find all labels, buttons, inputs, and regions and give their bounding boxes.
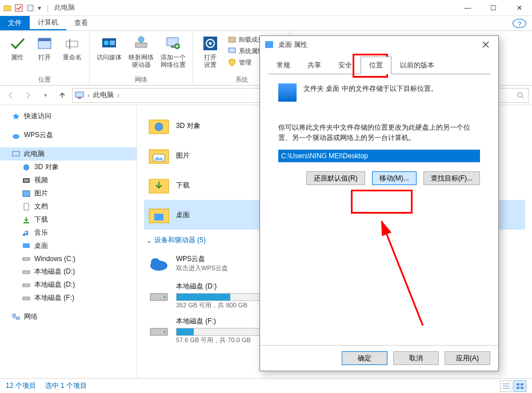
tab-view[interactable]: 查看 [66, 16, 96, 30]
drive-usage-bar [176, 293, 273, 301]
chevron-down-icon: ⌄ [146, 236, 152, 244]
svg-point-11 [138, 37, 144, 42]
tab-file[interactable]: 文件 [0, 16, 30, 30]
properties-label: 属性 [11, 54, 23, 61]
svg-rect-20 [75, 92, 83, 97]
pc-icon [75, 91, 84, 100]
map-drive-button[interactable]: 映射网络 驱动器 [126, 33, 156, 75]
drive-icon [22, 254, 31, 263]
map-drive-label: 映射网络 驱动器 [129, 54, 154, 69]
forward-button[interactable] [21, 88, 35, 103]
open-settings-button[interactable]: 打开 设置 [198, 33, 223, 75]
find-target-button[interactable]: 查找目标(F)... [423, 171, 480, 185]
tree-this-pc[interactable]: 此电脑 [0, 147, 137, 161]
svg-rect-19 [229, 48, 235, 53]
ribbon-group-network: 访问媒体 映射网络 驱动器 添加一个 网络位置 网络 [90, 31, 193, 85]
help-button[interactable]: ? [513, 19, 526, 28]
dialog-close-button[interactable] [478, 38, 494, 51]
svg-rect-25 [13, 151, 19, 156]
close-button[interactable]: ✕ [506, 0, 532, 16]
tree-label: 本地磁盘 (D:) [34, 267, 75, 276]
item-sublabel: 352 GB 可用，共 800 GB [176, 301, 273, 310]
svg-rect-34 [23, 284, 30, 287]
cloud-icon [147, 252, 170, 275]
back-button[interactable] [3, 88, 18, 103]
explorer-icon [3, 4, 11, 12]
tab-security[interactable]: 安全 [330, 57, 361, 74]
view-tiles-button[interactable] [514, 380, 526, 392]
check-icon [8, 34, 26, 53]
drive-usage-bar [176, 328, 273, 336]
ribbon-tabstrip: 文件 计算机 查看 ? [0, 16, 532, 31]
down-chevron-icon[interactable]: ▾ [38, 4, 41, 12]
tree-drive-f[interactable]: 本地磁盘 (F:) [0, 291, 137, 304]
svg-rect-1 [15, 5, 22, 11]
access-media-label: 访问媒体 [97, 54, 122, 61]
access-media-button[interactable]: 访问媒体 [94, 33, 124, 75]
tab-previous-versions[interactable]: 以前的版本 [391, 57, 443, 74]
add-network-location-button[interactable]: 添加一个 网络位置 [158, 33, 188, 75]
tree-drive-d[interactable]: 本地磁盘 (D:) [0, 265, 137, 278]
status-item-count: 12 个项目 [6, 381, 36, 391]
cancel-button[interactable]: 取消 [393, 351, 439, 365]
navigation-pane[interactable]: 快速访问 WPS云盘 此电脑 3D 对象 视频 图片 文档 下载 音乐 桌面 W… [0, 105, 137, 378]
svg-point-49 [164, 331, 166, 332]
window-title: 此电脑 [54, 3, 75, 13]
up-button[interactable] [55, 88, 70, 103]
checkbox-icon[interactable] [15, 4, 23, 12]
cube-icon [22, 163, 31, 172]
ok-button[interactable]: 确定 [342, 351, 387, 365]
drive-icon [22, 294, 31, 303]
tab-general[interactable]: 常规 [268, 57, 299, 74]
view-details-button[interactable] [500, 380, 513, 392]
tree-label: 下载 [34, 215, 48, 224]
svg-point-45 [151, 258, 160, 266]
tree-videos[interactable]: 视频 [0, 174, 137, 187]
tree-downloads[interactable]: 下载 [0, 213, 137, 226]
window-titlebar: ▾ | 此电脑 — ☐ ✕ [0, 0, 532, 16]
tree-quick-access[interactable]: 快速访问 [0, 110, 137, 123]
item-sublabel: 57.6 GB 可用，共 70.0 GB [176, 336, 273, 344]
move-button[interactable]: 移动(M)... [372, 171, 417, 185]
recent-dropdown[interactable]: ▾ [38, 88, 53, 103]
tree-wps-cloud[interactable]: WPS云盘 [0, 129, 137, 142]
svg-rect-52 [517, 387, 519, 389]
tree-pictures[interactable]: 图片 [0, 187, 137, 200]
tree-network[interactable]: 网络 [0, 310, 137, 323]
tab-computer[interactable]: 计算机 [30, 16, 66, 30]
tab-location[interactable]: 位置 [361, 57, 391, 74]
restore-defaults-button[interactable]: 还原默认值(R) [306, 171, 365, 185]
apply-button[interactable]: 应用(A) [445, 351, 490, 365]
item-sublabel: 双击进入WPS云盘 [176, 264, 228, 272]
tree-drive-d2[interactable]: 本地磁盘 (D:) [0, 278, 137, 291]
maximize-button[interactable]: ☐ [481, 0, 506, 16]
folder-desktop-icon [147, 203, 170, 226]
minimize-button[interactable]: — [455, 0, 481, 16]
tree-music[interactable]: 音乐 [0, 226, 137, 239]
properties-button[interactable]: 属性 [5, 33, 30, 75]
item-label: WPS云盘 [176, 254, 228, 264]
tree-label: 本地磁盘 (F:) [34, 293, 74, 303]
breadcrumb[interactable]: 此电脑 [93, 90, 114, 100]
cloud-icon [11, 131, 21, 140]
item-label: 3D 对象 [176, 121, 201, 131]
shield-icon [227, 58, 237, 67]
dialog-tabs: 常规 共享 安全 位置 以前的版本 [260, 57, 498, 74]
tab-share[interactable]: 共享 [299, 57, 330, 74]
refresh-icon[interactable] [26, 4, 34, 12]
tree-label: 3D 对象 [34, 162, 59, 172]
location-path-input[interactable] [278, 150, 480, 162]
dialog-titlebar[interactable]: 桌面 属性 [260, 36, 498, 53]
dialog-title: 桌面 属性 [278, 40, 307, 50]
monitor-plus-icon [164, 34, 182, 53]
open-settings-label: 打开 设置 [204, 54, 217, 69]
tree-3d-objects[interactable]: 3D 对象 [0, 161, 137, 174]
svg-rect-2 [27, 5, 33, 11]
tree-label: 音乐 [34, 228, 48, 238]
open-button[interactable]: 打开 [32, 33, 57, 75]
rename-button[interactable]: 重命名 [59, 33, 85, 75]
doc-icon [22, 202, 31, 211]
tree-desktop[interactable]: 桌面 [0, 239, 137, 252]
tree-documents[interactable]: 文档 [0, 200, 137, 213]
tree-drive-c[interactable]: Windows (C:) [0, 252, 137, 265]
